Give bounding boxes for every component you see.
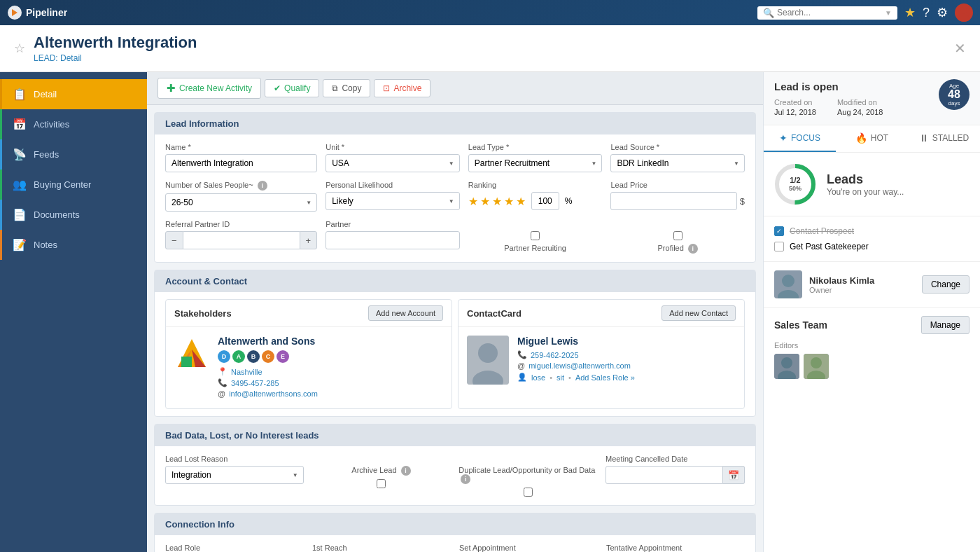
- sidebar-item-feeds[interactable]: 📡 Feeds: [0, 139, 147, 170]
- connection-info-header: Connection Info: [155, 513, 755, 535]
- referral-stepper: − +: [165, 231, 317, 249]
- badge-b: B: [247, 350, 260, 363]
- global-search[interactable]: 🔍 ▼: [757, 6, 897, 20]
- svg-rect-6: [181, 357, 192, 367]
- role2-link[interactable]: sit: [556, 373, 564, 382]
- duplicate-checkbox[interactable]: [524, 488, 533, 497]
- stalled-tab[interactable]: ⏸ STALLED: [908, 125, 980, 152]
- stalled-icon: ⏸: [919, 132, 929, 144]
- created-label: Created on: [774, 98, 816, 106]
- page-title: Altenwerth Integration: [34, 34, 197, 52]
- company-email: @ info@altenwerthsons.com: [218, 389, 443, 398]
- add-contact-button[interactable]: Add new Contact: [662, 305, 736, 321]
- phone-link[interactable]: 3495-457-285: [231, 379, 279, 387]
- copy-button[interactable]: ⧉ Copy: [323, 79, 370, 97]
- search-input[interactable]: [777, 8, 882, 18]
- partner-input[interactable]: [326, 231, 460, 249]
- check-label-gatekeeper: Get Past Gatekeeper: [790, 242, 869, 251]
- sidebar-item-activities[interactable]: 📅 Activities: [0, 109, 147, 139]
- unit-select[interactable]: USA: [326, 154, 460, 172]
- favorite-star[interactable]: ☆: [14, 41, 25, 56]
- ranking-pct-input[interactable]: [531, 192, 559, 210]
- referral-increment[interactable]: +: [300, 231, 318, 249]
- search-dropdown-icon[interactable]: ▼: [885, 9, 892, 17]
- lead-type-select[interactable]: Partner Recruitment: [468, 154, 603, 172]
- qualify-button[interactable]: ✔ Qualify: [265, 79, 319, 97]
- set-appt-label: Set Appointment: [459, 544, 598, 552]
- city-link[interactable]: Nashville: [231, 368, 262, 376]
- sidebar-item-buying[interactable]: 👥 Buying Center: [0, 170, 147, 200]
- title-bar: ☆ Altenwerth Integration LEAD: Detail ✕: [0, 25, 980, 72]
- close-icon[interactable]: ✕: [954, 40, 966, 57]
- bad-data-header: Bad Data, Lost, or No Interest leads: [155, 425, 755, 446]
- account-contact-header: Account & Contact: [155, 270, 755, 292]
- likelihood-group: Personal Likelihood Likely: [326, 181, 460, 212]
- check-box-gatekeeper[interactable]: [774, 242, 784, 251]
- manage-team-button[interactable]: Manage: [921, 316, 969, 334]
- meeting-cancelled-date-input[interactable]: [606, 466, 723, 484]
- hot-tab[interactable]: 🔥 HOT: [836, 125, 908, 152]
- focus-label: FOCUS: [791, 133, 820, 143]
- sidebar-item-documents[interactable]: 📄 Documents: [0, 200, 147, 230]
- partner-recruiting-label: Partner Recruiting: [504, 244, 566, 252]
- name-input[interactable]: [165, 154, 317, 172]
- lost-reason-select[interactable]: Integration: [165, 466, 304, 484]
- main-layout: 📋 Detail 📅 Activities 📡 Feeds 👥 Buying C…: [0, 72, 980, 552]
- calendar-icon-button[interactable]: 📅: [723, 466, 745, 484]
- sidebar-label-notes: Notes: [34, 240, 57, 250]
- profiled-checkbox[interactable]: [673, 231, 682, 240]
- activities-icon: 📅: [13, 118, 27, 131]
- editors-row: [774, 354, 969, 379]
- settings-icon[interactable]: ⚙: [937, 5, 948, 20]
- check-box-contact[interactable]: ✓: [774, 226, 784, 236]
- contact-phone-link[interactable]: 259-462-2025: [531, 351, 579, 359]
- sales-team-header: Sales Team Manage: [774, 316, 969, 334]
- star-1[interactable]: ★: [468, 195, 478, 208]
- qualify-icon: ✔: [274, 83, 281, 93]
- plus-icon: ✚: [167, 82, 176, 95]
- change-owner-button[interactable]: Change: [922, 275, 969, 294]
- archive-lead-group: Archive Lead i: [312, 455, 451, 497]
- referral-input[interactable]: [183, 231, 300, 249]
- contact-email-link[interactable]: miguel.lewis@altenwerth.com: [528, 361, 631, 370]
- archive-button[interactable]: ⊡ Archive: [374, 79, 430, 97]
- star-5[interactable]: ★: [516, 195, 526, 208]
- focus-icon: ✦: [779, 132, 788, 144]
- company-logo-svg: [174, 336, 209, 371]
- focus-tab[interactable]: ✦ FOCUS: [764, 125, 836, 152]
- leads-sub: You're on your way...: [827, 187, 904, 197]
- sidebar-label-feeds: Feeds: [34, 149, 59, 160]
- email-link[interactable]: info@altenwerthsons.com: [229, 389, 318, 398]
- user-avatar[interactable]: [955, 4, 973, 22]
- company-name: Altenwerth and Sons: [218, 336, 443, 347]
- contact-name: Miguel Lewis: [517, 336, 635, 347]
- sales-people-select[interactable]: 26-50: [165, 193, 317, 212]
- sidebar-item-detail[interactable]: 📋 Detail: [0, 79, 147, 109]
- archive-icon: ⊡: [383, 83, 390, 93]
- role1-link[interactable]: lose: [531, 373, 545, 382]
- referral-decrement[interactable]: −: [165, 231, 183, 249]
- star-icon[interactable]: ★: [904, 5, 916, 20]
- help-icon[interactable]: ?: [923, 6, 930, 20]
- star-4[interactable]: ★: [504, 195, 514, 208]
- archive-lead-checkbox[interactable]: [377, 479, 386, 488]
- sidebar-item-notes[interactable]: 📝 Notes: [0, 230, 147, 260]
- contact-panel: ContactCard Add new Contact Migu: [458, 299, 745, 409]
- lead-source-select[interactable]: BDR LinkedIn: [610, 154, 745, 172]
- lead-type-select-wrapper: Partner Recruitment: [468, 154, 603, 172]
- add-role-link[interactable]: Add Sales Role »: [575, 373, 635, 382]
- duplicate-info-icon[interactable]: i: [461, 474, 470, 484]
- lead-price-input[interactable]: [610, 192, 736, 210]
- star-3[interactable]: ★: [492, 195, 502, 208]
- stakeholders-header: Stakeholders Add new Account: [166, 300, 451, 327]
- partner-recruiting-group: Partner Recruiting: [468, 220, 603, 254]
- create-activity-button[interactable]: ✚ Create New Activity: [158, 78, 261, 99]
- likelihood-select[interactable]: Likely: [326, 192, 460, 210]
- stars[interactable]: ★ ★ ★ ★ ★: [468, 195, 526, 208]
- partner-recruiting-checkbox[interactable]: [531, 231, 540, 240]
- sales-people-info-icon[interactable]: i: [258, 181, 267, 191]
- profiled-info-icon[interactable]: i: [688, 244, 698, 254]
- add-account-button[interactable]: Add new Account: [368, 305, 443, 321]
- star-2[interactable]: ★: [480, 195, 490, 208]
- archive-info-icon[interactable]: i: [401, 466, 411, 476]
